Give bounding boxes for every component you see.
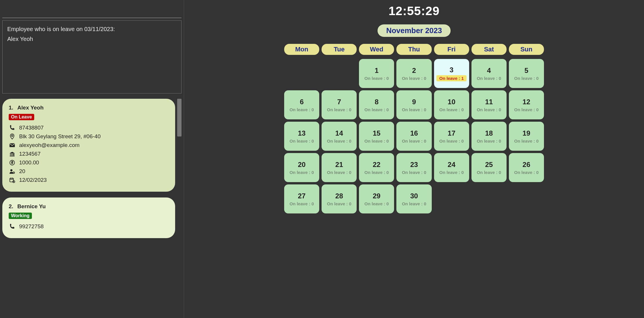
calendar-day[interactable]: 29On leave : 0	[359, 184, 394, 213]
emp-title: 2.Bernice Yu	[9, 203, 169, 210]
calendar-day[interactable]: 15On leave : 0	[359, 122, 394, 151]
onleave-count: On leave : 0	[364, 107, 389, 112]
day-number: 30	[410, 192, 418, 200]
day-number: 22	[373, 161, 381, 169]
emp-address: Blk 30 Geylang Street 29, #06-40	[19, 133, 101, 140]
day-number: 8	[375, 98, 378, 106]
emp-name: Bernice Yu	[17, 203, 46, 209]
calendar-day[interactable]: 17On leave : 0	[434, 122, 469, 151]
calendar-day[interactable]: 27On leave : 0	[284, 184, 319, 213]
person-icon	[9, 168, 16, 175]
scrollbar-track[interactable]	[177, 99, 182, 318]
calendar-day[interactable]: 26On leave : 0	[509, 153, 544, 182]
day-number: 5	[525, 67, 528, 75]
calendar-day[interactable]: 4On leave : 0	[471, 59, 507, 88]
calendar-day[interactable]: 22On leave : 0	[359, 153, 394, 182]
calendar-day[interactable]: 2On leave : 0	[396, 59, 431, 88]
onleave-count: On leave : 0	[289, 170, 314, 175]
status-badge: On Leave	[9, 114, 34, 120]
emp-phone: 87438807	[19, 125, 44, 131]
day-number: 25	[485, 161, 493, 169]
money-icon	[9, 159, 16, 166]
calendar-day[interactable]: 24On leave : 0	[434, 153, 469, 182]
calendar-blank	[322, 59, 357, 88]
emp-address-row: Blk 30 Geylang Street 29, #06-40	[9, 133, 169, 140]
onleave-count: On leave : 0	[514, 170, 538, 175]
emp-phone-row: 99272758	[9, 223, 169, 230]
onleave-count: On leave : 0	[364, 201, 389, 206]
phone-icon	[9, 223, 16, 230]
calendar-day[interactable]: 6On leave : 0	[284, 90, 319, 119]
onleave-count: On leave : 0	[364, 76, 389, 81]
onleave-count: On leave : 0	[289, 139, 314, 143]
calendar-day[interactable]: 30On leave : 0	[396, 184, 431, 213]
day-number: 6	[300, 98, 304, 106]
calendar-day[interactable]: 12On leave : 0	[509, 90, 544, 119]
onleave-count: On leave : 0	[327, 139, 351, 143]
result-panel: Employee who is on leave on 03/11/2023: …	[2, 20, 182, 94]
emp-join-date: 12/02/2023	[19, 177, 47, 183]
calendar-day[interactable]: 28On leave : 0	[322, 184, 357, 213]
day-number: 23	[410, 161, 418, 169]
calendar-day[interactable]: 10On leave : 0	[434, 90, 469, 119]
calendar-icon	[9, 177, 16, 184]
onleave-count: On leave : 0	[439, 107, 464, 112]
employee-card[interactable]: 1.Alex YeohOn Leave87438807Blk 30 Geylan…	[2, 99, 175, 192]
onleave-count: On leave : 0	[477, 76, 501, 81]
day-number: 29	[373, 192, 381, 200]
clock: 12:55:29	[389, 4, 440, 18]
calendar-day[interactable]: 13On leave : 0	[284, 122, 319, 151]
emp-name: Alex Yeoh	[17, 105, 43, 111]
onleave-count: On leave : 0	[327, 107, 351, 112]
calendar-day[interactable]: 8On leave : 0	[359, 90, 394, 119]
svg-point-0	[11, 135, 13, 137]
result-line-1: Employee who is on leave on 03/11/2023:	[7, 24, 177, 34]
calendar-day[interactable]: 18On leave : 0	[471, 122, 507, 151]
onleave-count: On leave : 0	[402, 139, 426, 143]
calendar-day[interactable]: 11On leave : 0	[471, 90, 507, 119]
dow-header: Mon	[284, 44, 319, 55]
calendar-day[interactable]: 25On leave : 0	[471, 153, 507, 182]
calendar-day[interactable]: 23On leave : 0	[396, 153, 431, 182]
day-number: 3	[449, 66, 453, 74]
emp-email-row: alexyeoh@example.com	[9, 142, 169, 149]
onleave-count: On leave : 0	[402, 170, 426, 175]
scrollbar-thumb[interactable]	[177, 99, 182, 136]
calendar-day[interactable]: 9On leave : 0	[396, 90, 431, 119]
onleave-count: On leave : 0	[289, 201, 314, 206]
day-number: 15	[373, 129, 381, 137]
calendar-day[interactable]: 19On leave : 0	[509, 122, 544, 151]
onleave-count: On leave : 0	[514, 107, 538, 112]
emp-email: alexyeoh@example.com	[19, 142, 79, 148]
day-number: 16	[410, 129, 418, 137]
calendar-day[interactable]: 21On leave : 0	[322, 153, 357, 182]
day-of-week-row: MonTueWedThuFriSatSun	[284, 44, 544, 55]
employee-card[interactable]: 2.Bernice YuWorking99272758	[2, 197, 175, 238]
day-number: 1	[375, 67, 378, 75]
calendar-blank	[284, 59, 319, 88]
emp-bank-row: 1234567	[9, 150, 169, 157]
calendar-day[interactable]: 1On leave : 0	[359, 59, 394, 88]
onleave-count: On leave : 0	[439, 170, 464, 175]
onleave-count: On leave : 0	[327, 201, 351, 206]
day-number: 7	[337, 98, 341, 106]
onleave-count: On leave : 0	[402, 107, 426, 112]
calendar-day[interactable]: 20On leave : 0	[284, 153, 319, 182]
day-number: 2	[412, 67, 416, 75]
svg-point-3	[10, 169, 12, 171]
day-number: 20	[298, 161, 306, 169]
day-number: 27	[298, 192, 306, 200]
calendar-day[interactable]: 16On leave : 0	[396, 122, 431, 151]
day-number: 10	[448, 98, 456, 106]
day-number: 4	[487, 67, 491, 75]
calendar-day[interactable]: 7On leave : 0	[322, 90, 357, 119]
calendar-day[interactable]: 14On leave : 0	[322, 122, 357, 151]
calendar-day[interactable]: 5On leave : 0	[509, 59, 544, 88]
calendar-day[interactable]: 3On leave : 1	[434, 59, 469, 88]
emp-phone-row: 87438807	[9, 124, 169, 131]
day-number: 21	[335, 161, 343, 169]
employee-list: 1.Alex YeohOn Leave87438807Blk 30 Geylan…	[2, 99, 175, 318]
emp-leave-row: 20	[9, 168, 169, 175]
search-input-underline[interactable]	[2, 11, 182, 18]
onleave-count: On leave : 0	[477, 139, 501, 143]
